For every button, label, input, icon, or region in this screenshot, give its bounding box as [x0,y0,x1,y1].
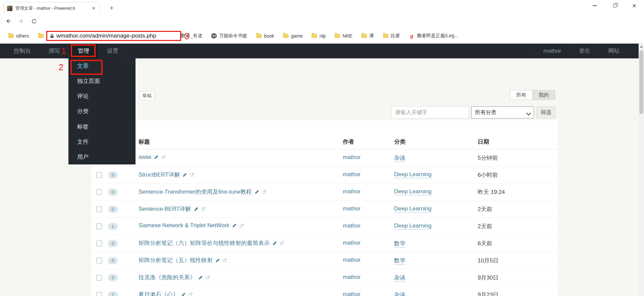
author-link[interactable]: mathor [343,171,361,178]
author-link[interactable]: mathor [343,240,361,246]
dropdown-item[interactable]: 用户 [68,149,136,164]
dropdown-item[interactable]: 独立页面 [68,73,136,89]
comment-count-badge[interactable]: 0 [108,171,118,179]
category-link[interactable]: Deep Learning [394,188,432,195]
external-link-icon[interactable] [223,258,227,262]
external-link-icon[interactable] [189,292,193,296]
author-link[interactable]: mathor [343,154,361,161]
category-link[interactable]: Deep Learning [394,223,432,230]
external-link-icon[interactable] [262,190,266,194]
admin-nav-item[interactable]: 设置 [98,44,127,58]
external-link-icon[interactable] [239,224,244,228]
page-scrollbar[interactable] [639,44,644,296]
post-title-link[interactable]: 矩阵分析笔记（五）线性映射 [139,256,213,264]
dropdown-item[interactable]: 文件 [68,134,136,149]
category-link[interactable]: Deep Learning [394,171,432,178]
author-link[interactable]: mathor [343,274,361,281]
edit-icon[interactable] [181,292,186,296]
admin-nav-item[interactable]: 登出 [570,44,599,58]
edit-icon[interactable] [215,258,220,263]
scrollbar-thumb[interactable] [639,50,643,114]
row-checkbox[interactable] [96,292,102,296]
comment-count-badge[interactable]: 1 [108,223,118,230]
external-link-icon[interactable] [280,241,284,245]
scope-mine-button[interactable]: 我的 [532,90,555,100]
category-link[interactable]: 数学 [394,240,406,248]
edit-icon[interactable] [198,275,203,280]
dropdown-item[interactable]: 评论 [68,89,136,104]
author-link[interactable]: mathor [343,188,361,195]
post-title-link[interactable]: 拉克洛《危险的关系》 [139,274,196,281]
author-link[interactable]: mathor [343,205,361,212]
comment-count-badge[interactable]: 0 [108,274,118,281]
author-link[interactable]: mathor [343,291,361,296]
category-link[interactable]: Deep Learning [394,205,432,212]
back-icon[interactable] [4,17,13,26]
post-title-link[interactable]: Sentence-BERT详解 [139,205,191,213]
edit-icon[interactable] [154,155,159,159]
author-link[interactable]: mathor [343,223,361,229]
comment-count-badge[interactable]: 0 [108,240,118,247]
category-link[interactable]: 数学 [394,257,406,265]
url-annotation-box[interactable]: wmathor.com/admin/manage-posts.php [46,31,181,41]
dropdown-item[interactable]: 标签 [68,119,136,134]
edit-icon[interactable] [255,190,259,194]
admin-nav-item[interactable]: 网站 [599,44,629,58]
post-title-link[interactable]: Siamese Network & Triplet NetWork [139,222,229,229]
window-minimize-button[interactable] [587,0,602,11]
comment-count-badge[interactable]: 2 [108,291,118,296]
row-checkbox[interactable] [96,258,102,263]
forward-icon[interactable] [17,17,25,26]
comment-count-badge[interactable]: 0 [108,206,118,213]
bookmark-item[interactable]: others [8,33,29,39]
bookmark-item[interactable]: game [283,33,303,39]
post-title-link[interactable]: aaaa [139,154,151,160]
row-checkbox[interactable] [96,172,102,178]
category-link[interactable]: 杂谈 [394,274,406,282]
tab-close-icon[interactable]: ✕ [91,5,97,11]
category-link[interactable]: 杂谈 [394,291,406,296]
edit-icon[interactable] [232,223,237,228]
window-close-button[interactable]: ✕ [627,0,642,11]
browser-tab[interactable]: 管理文章 - mathor - Powered b ✕ [3,2,100,14]
keyword-search-input[interactable] [391,106,469,118]
post-title-link[interactable]: StructBERT详解 [139,171,180,179]
bookmark-item[interactable]: g勝者即是正義/Leg... [409,33,458,39]
category-link[interactable]: 杂谈 [394,154,406,162]
external-link-icon[interactable] [201,207,206,211]
comment-count-badge[interactable]: 0 [108,257,118,264]
admin-nav-item[interactable]: 控制台 [5,44,40,58]
row-checkbox[interactable] [96,189,102,195]
scope-all-button[interactable]: 所有 [510,90,532,100]
post-title-link[interactable]: Sentence-Transformer的使用及fine-tune教程 [139,188,252,196]
filter-button[interactable]: 筛选 [536,106,556,118]
bookmark-item[interactable]: nlp [312,33,326,39]
edit-icon[interactable] [182,172,187,177]
bookmark-item[interactable]: 万能命令书签 [211,33,247,39]
new-tab-button[interactable]: + [107,4,116,13]
scrollbar-up-arrow[interactable] [640,46,643,48]
external-link-icon[interactable] [190,172,194,177]
post-title-link[interactable]: 夏目漱石《心》 [139,291,178,296]
post-title-link[interactable]: 矩阵分析笔记（六）矩阵等价与线性映射的最简表示 [139,239,270,247]
row-checkbox[interactable] [96,206,102,212]
draft-button[interactable]: 草稿 [140,91,154,100]
row-checkbox[interactable] [96,275,102,281]
category-select[interactable]: 所有分类 [471,106,534,118]
bookmark-item[interactable]: 课 [362,33,374,39]
edit-icon[interactable] [272,241,277,246]
external-link-icon[interactable] [161,155,166,159]
comment-count-badge[interactable]: 0 [108,189,118,196]
bookmark-item[interactable]: book [256,33,274,39]
bookmark-item[interactable]: NRE [335,33,353,39]
dropdown-item[interactable]: 分类 [68,104,136,119]
author-link[interactable]: mathor [343,257,361,263]
window-restore-button[interactable] [607,0,623,11]
bookmark-item[interactable]: 比赛 [383,33,400,39]
row-checkbox[interactable] [96,224,102,229]
reload-icon[interactable] [30,17,38,26]
edit-icon[interactable] [194,207,199,211]
external-link-icon[interactable] [206,275,210,280]
admin-nav-item[interactable]: mathor [534,44,570,58]
row-checkbox[interactable] [96,241,102,246]
